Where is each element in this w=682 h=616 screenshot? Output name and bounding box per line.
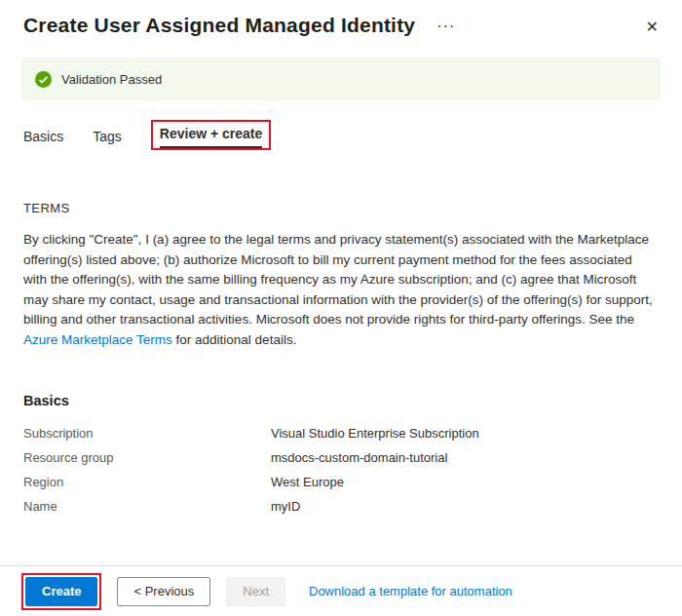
row-label-name: Name <box>23 499 271 514</box>
marketplace-terms-link[interactable]: Azure Marketplace Terms <box>23 332 172 347</box>
create-button[interactable]: Create <box>25 577 97 606</box>
tab-tags[interactable]: Tags <box>93 129 122 150</box>
row-value-resource-group: msdocs-custom-domain-tutorial <box>271 450 447 465</box>
basics-summary-section: Basics Subscription Visual Studio Enterp… <box>23 393 659 514</box>
row-value-name: myID <box>271 499 300 514</box>
panel-header: Create User Assigned Managed Identity ··… <box>0 0 682 38</box>
tab-bar: Basics Tags Review + create <box>23 126 682 150</box>
next-button: Next <box>226 577 285 606</box>
row-value-subscription: Visual Studio Enterprise Subscription <box>271 426 479 441</box>
footer-action-bar: Create < Previous Next Download a templa… <box>0 565 682 616</box>
validation-banner: Validation Passed <box>21 58 661 100</box>
terms-section: TERMS By clicking "Create", I (a) agree … <box>23 201 659 350</box>
download-template-link[interactable]: Download a template for automation <box>309 584 512 598</box>
terms-text-after-link: for additional details. <box>172 332 297 347</box>
terms-heading: TERMS <box>23 201 659 215</box>
page-title: Create User Assigned Managed Identity <box>23 14 415 37</box>
tab-basics[interactable]: Basics <box>23 129 63 150</box>
row-label-subscription: Subscription <box>23 426 271 441</box>
previous-button[interactable]: < Previous <box>117 577 210 606</box>
terms-body: By clicking "Create", I (a) agree to the… <box>23 230 659 350</box>
close-icon[interactable]: ✕ <box>642 16 663 38</box>
table-row: Resource group msdocs-custom-domain-tuto… <box>23 450 659 465</box>
more-options-icon[interactable]: ··· <box>436 18 455 35</box>
annotation-box-create-button: Create <box>21 573 101 610</box>
success-check-icon <box>35 71 52 88</box>
row-label-resource-group: Resource group <box>23 450 271 465</box>
tab-review-create[interactable]: Review + create <box>160 126 262 148</box>
table-row: Region West Europe <box>23 475 659 489</box>
validation-message: Validation Passed <box>61 72 162 87</box>
table-row: Name myID <box>23 499 659 514</box>
annotation-box-review-tab: Review + create <box>151 120 271 150</box>
row-value-region: West Europe <box>271 475 344 489</box>
row-label-region: Region <box>23 475 271 489</box>
basics-table: Subscription Visual Studio Enterprise Su… <box>23 426 659 514</box>
basics-heading: Basics <box>23 393 659 408</box>
table-row: Subscription Visual Studio Enterprise Su… <box>23 426 659 441</box>
terms-text-before-link: By clicking "Create", I (a) agree to the… <box>23 232 653 327</box>
create-identity-panel: Create User Assigned Managed Identity ··… <box>0 0 682 514</box>
